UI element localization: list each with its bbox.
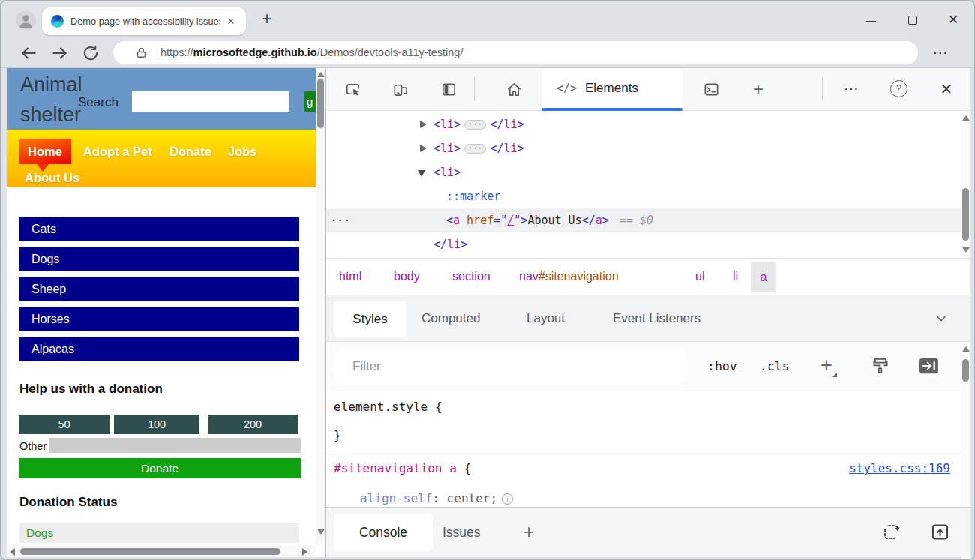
- dom-row-closing-li[interactable]: </li>: [326, 232, 961, 256]
- nav-jobs-link[interactable]: Jobs: [228, 139, 257, 164]
- amount-50-button[interactable]: 50: [19, 415, 110, 434]
- status-row-dogs[interactable]: Dogs: [20, 523, 299, 543]
- search-go-button[interactable]: g: [304, 91, 316, 112]
- nav-adopt-link[interactable]: Adopt a Pet: [83, 139, 152, 164]
- drawer-add-tab-button[interactable]: +: [518, 520, 540, 544]
- devtools-more-menu-icon[interactable]: ···: [841, 79, 863, 99]
- nav-home-link[interactable]: Home: [19, 139, 71, 164]
- dom-row-expanded-li[interactable]: <li>: [326, 160, 961, 184]
- dom-row-marker-pseudo[interactable]: ::marker: [326, 184, 961, 208]
- back-button[interactable]: [19, 43, 38, 63]
- site-header: Animalshelter Search g: [7, 68, 316, 130]
- scroll-right-arrow-icon[interactable]: [302, 548, 308, 556]
- stylesheet-source-link[interactable]: styles.css:169: [849, 454, 950, 484]
- dom-row-selected-anchor[interactable]: ··· <a href="/">About Us</a>== $0: [326, 208, 961, 232]
- tab-elements[interactable]: </> Elements: [542, 68, 682, 110]
- page-viewport: Animalshelter Search g Home Adopt a Pet …: [7, 68, 326, 557]
- tab-styles[interactable]: Styles: [334, 301, 406, 337]
- lock-icon[interactable]: [135, 46, 148, 59]
- computed-styles-sidebar-toggle-icon[interactable]: [918, 356, 940, 376]
- drawer-tab-console[interactable]: Console: [334, 514, 433, 551]
- inline-style-rule[interactable]: element.style {: [334, 392, 442, 422]
- brush-icon[interactable]: [871, 356, 890, 376]
- scroll-down-arrow-icon[interactable]: [317, 529, 325, 535]
- devtools-panel: </> Elements + ··· ? ✕ <li>···</li> <li>…: [326, 68, 970, 557]
- scroll-left-arrow-icon[interactable]: [10, 548, 15, 556]
- collapsed-content-icon[interactable]: ···: [464, 144, 486, 154]
- horizontal-scroll-thumb[interactable]: [20, 548, 280, 555]
- console-panel-icon[interactable]: [703, 81, 720, 98]
- search-input[interactable]: [132, 91, 290, 112]
- refresh-button[interactable]: [81, 43, 100, 63]
- toggle-class-button[interactable]: .cls: [760, 342, 790, 391]
- breadcrumb-ul[interactable]: ul: [695, 259, 704, 295]
- other-amount-input[interactable]: [50, 438, 301, 453]
- new-style-rule-button[interactable]: +: [815, 352, 838, 379]
- amount-100-button[interactable]: 100: [114, 415, 200, 434]
- dom-scrollbar[interactable]: [961, 111, 970, 258]
- profile-avatar[interactable]: [16, 10, 36, 31]
- dom-row-collapsed-li[interactable]: <li>···</li>: [326, 136, 961, 160]
- scroll-up-arrow-icon[interactable]: [962, 115, 970, 121]
- breadcrumb-li[interactable]: li: [733, 259, 738, 295]
- browser-tab[interactable]: Demo page with accessibility issues ✕: [42, 7, 246, 35]
- toolbar-divider: [474, 77, 475, 101]
- page-horizontal-scrollbar[interactable]: [7, 545, 316, 557]
- other-amount-label: Other: [20, 439, 46, 454]
- home-icon[interactable]: [506, 81, 523, 98]
- animal-button-horses[interactable]: Horses: [19, 307, 299, 331]
- row-actions-icon[interactable]: ···: [331, 208, 350, 232]
- donate-button[interactable]: Donate: [19, 458, 301, 478]
- collapsed-content-icon[interactable]: ···: [464, 120, 486, 130]
- window-maximize-button[interactable]: [898, 11, 928, 29]
- breadcrumb-a-selected[interactable]: a: [751, 262, 776, 292]
- dom-row-collapsed-li[interactable]: <li>···</li>: [326, 112, 961, 136]
- scroll-down-arrow-icon[interactable]: [962, 247, 970, 253]
- expand-arrow-icon[interactable]: [420, 145, 427, 152]
- animal-button-cats[interactable]: Cats: [19, 217, 299, 241]
- help-icon[interactable]: ?: [890, 80, 908, 97]
- animal-button-dogs[interactable]: Dogs: [19, 247, 299, 271]
- breadcrumb-section[interactable]: section: [452, 259, 490, 295]
- styles-scroll-thumb[interactable]: [962, 359, 969, 382]
- window-minimize-button[interactable]: [856, 11, 886, 29]
- chevron-down-icon[interactable]: [935, 313, 947, 325]
- page-vertical-scrollbar[interactable]: [316, 68, 326, 545]
- toggle-hover-state-button[interactable]: :hov: [707, 342, 737, 391]
- dom-scroll-thumb[interactable]: [962, 188, 969, 241]
- dock-side-icon[interactable]: [440, 81, 458, 98]
- breadcrumb-body[interactable]: body: [394, 259, 420, 295]
- device-emulation-icon[interactable]: [392, 81, 410, 98]
- scroll-up-arrow-icon[interactable]: [962, 346, 970, 352]
- window-close-button[interactable]: ✕: [938, 10, 968, 31]
- tab-computed[interactable]: Computed: [422, 295, 480, 341]
- devtools-close-icon[interactable]: ✕: [935, 78, 958, 100]
- amount-200-button[interactable]: 200: [208, 415, 298, 434]
- new-tab-button[interactable]: +: [256, 8, 278, 31]
- vertical-scroll-thumb[interactable]: [317, 79, 324, 128]
- breadcrumb-nav[interactable]: nav#sitenavigation: [519, 259, 619, 295]
- collapse-arrow-icon[interactable]: [418, 170, 425, 177]
- tab-layout[interactable]: Layout: [526, 295, 565, 341]
- drawer-tab-issues[interactable]: Issues: [442, 508, 481, 557]
- styles-pane: element.style { } #sitenavigation a { st…: [326, 391, 961, 507]
- breadcrumb-html[interactable]: html: [339, 259, 362, 295]
- css-rule-selector[interactable]: #sitenavigation a {: [334, 454, 471, 484]
- nav-about-link[interactable]: About Us: [25, 169, 80, 187]
- animal-button-sheep[interactable]: Sheep: [19, 277, 299, 301]
- expand-drawer-icon[interactable]: [930, 522, 950, 542]
- add-panel-button[interactable]: +: [748, 77, 768, 101]
- browser-settings-menu-icon[interactable]: ···: [926, 43, 956, 63]
- tab-close-icon[interactable]: ✕: [222, 13, 240, 31]
- address-bar[interactable]: https://microsoftedge.github.io/Demos/de…: [113, 41, 918, 64]
- nav-donate-link[interactable]: Donate: [170, 139, 212, 164]
- tab-event-listeners[interactable]: Event Listeners: [613, 295, 700, 341]
- scroll-up-arrow-icon[interactable]: [317, 72, 325, 77]
- inspect-element-icon[interactable]: [344, 81, 362, 98]
- styles-filter-input[interactable]: [334, 348, 688, 385]
- animal-button-alpacas[interactable]: Alpacas: [19, 337, 299, 361]
- forward-button[interactable]: [50, 43, 70, 63]
- restart-drawer-icon[interactable]: [881, 522, 902, 542]
- expand-arrow-icon[interactable]: [420, 121, 427, 128]
- inactive-property-info-icon[interactable]: i: [502, 493, 513, 505]
